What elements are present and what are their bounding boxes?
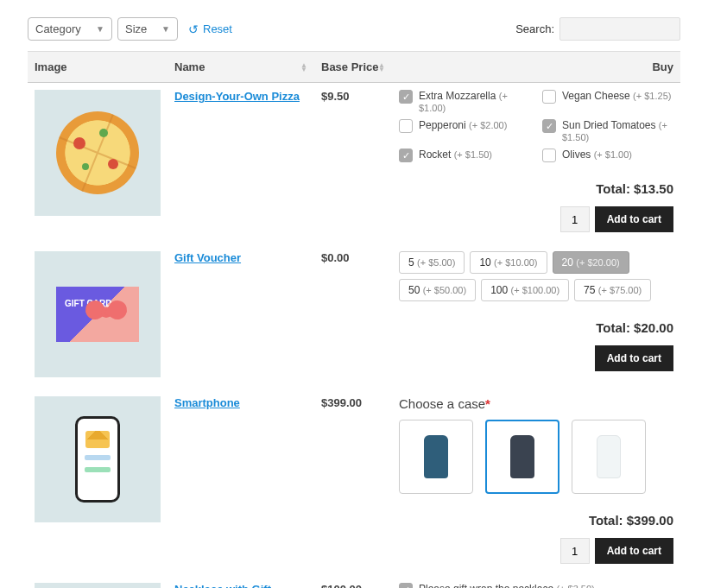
addon-option[interactable]: ✓Rocket (+ $1.50) — [399, 149, 528, 162]
quantity-input[interactable] — [560, 538, 590, 564]
addon-option[interactable]: Olives (+ $1.00) — [542, 149, 672, 162]
case-option-white[interactable] — [572, 420, 646, 494]
pill-label: 75 — [584, 284, 595, 296]
total: Total: $20.00 — [399, 320, 673, 335]
add-to-cart-button[interactable]: Add to cart — [595, 538, 673, 564]
checkbox-icon[interactable] — [542, 149, 556, 162]
search-label: Search: — [515, 22, 554, 35]
col-buy: Buy — [392, 52, 680, 83]
undo-icon: ↺ — [188, 22, 199, 36]
product-price: $399.00 — [314, 387, 392, 573]
amount-option[interactable]: 20 (+ $20.00) — [553, 251, 629, 274]
pill-label: 5 — [408, 256, 414, 269]
addon-label: Extra Mozzarella — [419, 90, 496, 102]
reset-button[interactable]: ↺ Reset — [188, 22, 232, 36]
addon-option[interactable]: Vegan Cheese (+ $1.25) — [542, 90, 672, 114]
table-row: Design-Your-Own Pizza $9.50 ✓Extra Mozza… — [28, 83, 680, 243]
amount-option[interactable]: 100 (+ $100.00) — [481, 279, 569, 301]
product-image[interactable]: GIFT CARD — [35, 251, 161, 377]
chevron-down-icon: ▼ — [96, 24, 104, 34]
product-image[interactable] — [35, 396, 161, 522]
case-option-blue[interactable] — [399, 420, 473, 494]
pill-price: (+ $100.00) — [511, 285, 560, 295]
pill-price: (+ $10.00) — [494, 257, 537, 268]
pill-label: 50 — [408, 284, 420, 296]
total: Total: $13.50 — [399, 181, 673, 196]
case-option-dark[interactable] — [485, 420, 559, 494]
pill-price: (+ $75.00) — [598, 285, 642, 295]
add-to-cart-button[interactable]: Add to cart — [595, 345, 673, 371]
amount-option[interactable]: 10 (+ $10.00) — [470, 251, 547, 274]
addon-label: Sun Dried Tomatoes — [562, 119, 656, 131]
addon-option[interactable]: ✓ Please gift wrap the necklace (+ $3.50… — [399, 583, 673, 588]
sort-icon: ▲▼ — [300, 63, 307, 72]
pill-label: 10 — [479, 256, 490, 269]
addon-option[interactable]: Pepperoni (+ $2.00) — [399, 119, 528, 143]
case-label: Choose a case* — [399, 396, 673, 411]
checkbox-icon[interactable]: ✓ — [399, 149, 413, 162]
product-table: Image Name ▲▼ Base Price ▲▼ Buy — [28, 51, 680, 588]
pill-label: 20 — [562, 256, 573, 269]
size-select-label: Size — [125, 22, 147, 35]
pill-price: (+ $50.00) — [423, 285, 466, 295]
pill-price: (+ $20.00) — [576, 257, 619, 268]
amount-option[interactable]: 75 (+ $75.00) — [574, 279, 651, 301]
addon-price: (+ $1.25) — [633, 91, 671, 101]
amount-option[interactable]: 50 (+ $50.00) — [399, 279, 476, 301]
addon-price: (+ $1.00) — [594, 149, 632, 160]
product-price: $9.50 — [314, 83, 392, 243]
product-image[interactable] — [35, 583, 161, 588]
size-select[interactable]: Size ▼ — [117, 17, 178, 41]
product-image[interactable] — [35, 90, 161, 216]
checkbox-icon[interactable]: ✓ — [399, 583, 413, 588]
product-price: $100.00 — [314, 573, 392, 588]
pill-price: (+ $5.00) — [417, 257, 455, 268]
table-row: Smartphone $399.00 Choose a case* Total:… — [28, 387, 680, 573]
smartphone-icon — [75, 416, 120, 503]
col-price[interactable]: Base Price ▲▼ — [314, 52, 392, 83]
product-link[interactable]: Gift Voucher — [174, 251, 241, 264]
sort-icon: ▲▼ — [378, 63, 385, 72]
addon-label: Please gift wrap the necklace — [419, 583, 553, 588]
quantity-input[interactable] — [560, 206, 590, 232]
col-image: Image — [28, 52, 168, 83]
addon-price: (+ $2.00) — [469, 120, 507, 130]
addon-price: (+ $1.50) — [454, 149, 492, 160]
addon-label: Rocket — [419, 149, 451, 161]
addon-label: Pepperoni — [419, 119, 466, 131]
product-price: $0.00 — [314, 242, 392, 387]
add-to-cart-button[interactable]: Add to cart — [595, 206, 673, 232]
addon-label: Vegan Cheese — [562, 90, 630, 102]
col-name[interactable]: Name ▲▼ — [168, 52, 314, 83]
addon-price: (+ $3.50) — [556, 584, 594, 588]
addon-label: Olives — [562, 149, 591, 161]
reset-label: Reset — [203, 22, 232, 35]
checkbox-icon[interactable]: ✓ — [542, 119, 556, 133]
table-row: GIFT CARD Gift Voucher $0.00 5 (+ $5.00)… — [28, 242, 680, 387]
search-input[interactable] — [559, 17, 680, 41]
table-row: Necklace with Gift Wrapping $100.00 ✓ Pl… — [28, 573, 680, 588]
product-link[interactable]: Necklace with Gift Wrapping — [174, 583, 271, 588]
pill-label: 100 — [490, 284, 508, 296]
addon-option[interactable]: ✓Extra Mozzarella (+ $1.00) — [399, 90, 528, 114]
chevron-down-icon: ▼ — [161, 24, 170, 34]
product-link[interactable]: Design-Your-Own Pizza — [174, 90, 300, 103]
amount-option[interactable]: 5 (+ $5.00) — [399, 251, 465, 274]
giftcard-icon: GIFT CARD — [56, 287, 139, 342]
category-select-label: Category — [35, 22, 81, 35]
checkbox-icon[interactable] — [399, 119, 413, 133]
pizza-icon — [56, 111, 139, 194]
product-link[interactable]: Smartphone — [174, 396, 240, 409]
checkbox-icon[interactable]: ✓ — [399, 90, 413, 104]
category-select[interactable]: Category ▼ — [28, 17, 112, 41]
checkbox-icon[interactable] — [542, 90, 556, 104]
total: Total: $399.00 — [399, 513, 673, 528]
addon-option[interactable]: ✓Sun Dried Tomatoes (+ $1.50) — [542, 119, 672, 143]
